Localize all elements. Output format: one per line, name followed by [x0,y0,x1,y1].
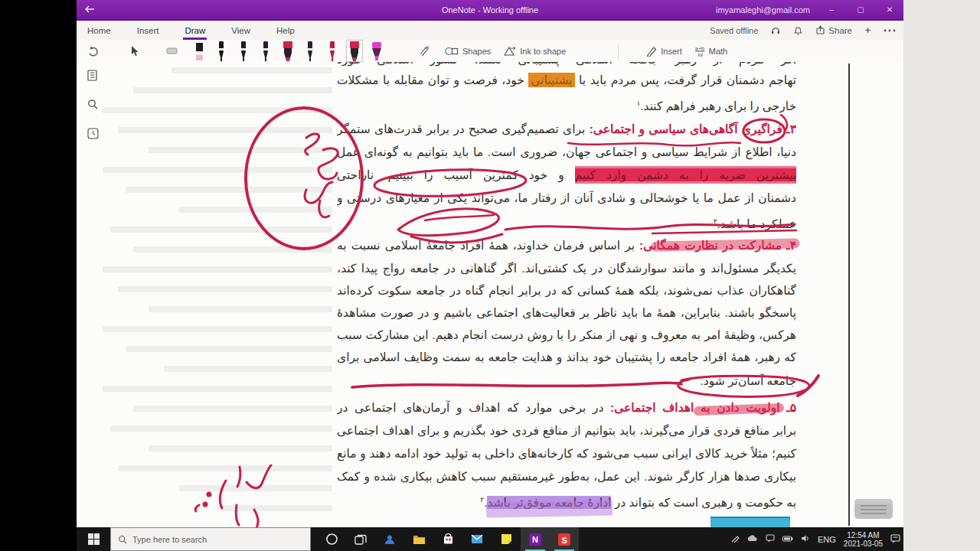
body-text: عملکرد ما باشد. [717,217,796,230]
body-text: جامعه آسان‌تر شود. [701,374,796,387]
heading-text: ۳ـ فراگیری آگاهی‌های سیاسی و اجتماعی: [585,122,796,135]
pen-tool-1[interactable] [214,41,229,61]
note-page-canvas[interactable]: اگر مردم از رهبر جامعهٔ اسلامی پشتیبانی … [77,62,903,527]
svg-text:xy: xy [697,52,704,57]
eraser-tool-0[interactable] [191,41,207,61]
math-button[interactable]: a+bxy Math [694,45,727,57]
taskbar-search-input[interactable]: Type here to search [110,527,311,551]
text-line-2: خارجی را برای رهبر فراهم کنند.۱ [337,94,796,112]
sparkle-icon [864,27,871,34]
taskbar-app-store[interactable] [433,527,462,551]
desktop: OneNote - Working offline imyamaleghi@gm… [0,0,980,551]
tab-draw[interactable]: Draw [183,23,207,38]
shapes-button[interactable]: Shapes [445,46,491,57]
minimize-button[interactable]: – [824,5,839,14]
heading-text: ۵ـ اولویت دادن به اهداف اجتماعی: [603,401,796,414]
tab-help[interactable]: Help [275,23,296,38]
marker-tool-4[interactable] [280,41,296,61]
onedrive-cloud-icon[interactable] [747,535,758,544]
title-bar: OneNote - Working offline imyamaleghi@gm… [77,0,903,21]
back-icon[interactable] [77,5,103,15]
body-text: اگر مردم از رهبر جامعهٔ اسلامی پشتیبانی … [337,62,796,66]
taskbar-clock[interactable]: 12:54 AM 2021-03-05 [844,531,883,548]
body-text: گناهکاران عذاب نمی‌شوند، بلکه همهٔ کسانی… [337,284,796,300]
body-text: دنیا، اطلاع از شرایط سیاسی و اجتماعی جها… [337,145,796,161]
draw-toolbar: Shapes Ink to shape Insert a+bxy Math [77,40,903,63]
taskbar-app-file-explorer[interactable] [404,527,433,551]
save-status: Saved offline [710,26,758,35]
search-icon [118,535,127,544]
text-line-5: بیشترین ضربه را به دشمن وارد کنیم و خود … [337,166,796,184]
close-button[interactable]: ✕ [882,5,897,14]
pen-tray-icon[interactable] [731,534,740,544]
action-center-icon[interactable] [890,534,900,545]
text-line-14: جامعه آسان‌تر شود. [337,372,796,390]
onenote-window: OneNote - Working offline imyamaleghi@gm… [77,0,903,551]
highlighted-text: پشتیبانی [528,73,574,87]
text-line-1: تهاجم دشمنان قرار گرفت، پس مردم باید با … [337,71,796,90]
text-line-15: ۵ـ اولویت دادن به اهداف اجتماعی: در برخی… [337,399,796,417]
maximize-button[interactable]: ▢ [853,5,868,14]
highlighter-tool-8[interactable] [369,41,384,61]
marker-tool-7[interactable] [347,41,362,61]
pen-tool-6[interactable] [325,41,340,61]
taskbar-app-mail[interactable] [462,527,492,551]
chat-icon[interactable] [766,534,775,544]
body-text: در برخی موارد که اهداف و آرمان‌های اجتما… [337,401,603,414]
select-tool-button[interactable] [129,45,140,57]
taskbar-app-task-view[interactable] [346,527,375,551]
text-line-11: پاسخگو باشند. بنابراین، همهٔ ما باید ناظ… [337,304,796,322]
highlighted-text: بیشترین ضربه را به دشمن وارد کنیم [575,168,796,181]
text-line-10: گناهکاران عذاب نمی‌شوند، بلکه همهٔ کسانی… [337,282,796,300]
ink-to-shape-button[interactable]: Ink to shape [503,46,566,57]
insert-space-button[interactable]: Insert [646,46,682,57]
text-line-3: ۳ـ فراگیری آگاهی‌های سیاسی و اجتماعی: بر… [337,120,796,139]
tab-insert[interactable]: Insert [136,23,161,38]
body-text: کنیم؛ مثلاً خرید کالای ایرانی سبب می‌شود… [337,447,796,460]
body-text: بر اساس فرمان خداوند، همهٔ افراد جامعهٔ … [337,239,635,252]
more-options-icon[interactable] [884,29,896,32]
text-line-4: دنیا، اطلاع از شرایط سیاسی و اجتماعی جها… [337,143,796,161]
system-tray: ENG 12:54 AM 2021-03-05 [731,531,900,548]
tab-home[interactable]: Home [86,23,113,38]
text-line-8: ۴ـ مشارکت در نظارت همگانی: بر اساس فرمان… [337,236,796,255]
pen-tool-3[interactable] [258,41,273,61]
svg-text:a+b: a+b [695,46,704,51]
cyan-highlight-bar [710,517,790,527]
text-line-16: برابر منافع فردی قرار می‌گیرند، باید بتو… [337,422,796,440]
body-text: برابر منافع فردی قرار می‌گیرند، باید بتو… [337,424,796,440]
language-indicator[interactable]: ENG [818,535,836,544]
text-line-7: عملکرد ما باشد.۲ [337,212,796,230]
add-pen-button[interactable] [418,45,430,57]
text-line-9: یکدیگر مسئول‌اند و مانند سوارشدگان در یک… [337,259,796,278]
heading-text: ۴ـ مشارکت در نظارت همگانی: [635,239,796,252]
taskbar-app-shareit[interactable]: S [550,527,579,551]
taskbar-app-people[interactable] [375,527,404,551]
text-line-18: بیکاری صدها هزار کارگر شوند. این عمل، به… [337,468,796,486]
body-text: تهاجم دشمنان قرار گرفت، پس مردم باید با [575,73,796,86]
taskbar-app-onenote[interactable]: N [521,527,550,551]
pen-gallery [191,41,384,61]
text-line-17: کنیم؛ مثلاً خرید کالای ایرانی سبب می‌شود… [337,445,796,463]
help-headset-icon[interactable] [770,25,781,36]
speaker-icon[interactable] [801,534,810,544]
taskbar-app-cortana[interactable] [317,527,346,551]
start-button[interactable] [77,527,110,551]
body-text: برای تصمیم‌گیری صحیح در برابر قدرت‌های س… [337,122,585,135]
pen-tool-5[interactable] [302,41,318,61]
undo-button[interactable] [87,45,100,57]
battery-icon[interactable] [782,535,793,543]
watermark-pill [854,499,893,519]
text-line-13: که رهبر، همهٔ افراد جامعه را پشتیبان خود… [337,348,796,367]
svg-text:S: S [562,535,567,544]
notifications-bell-icon[interactable] [793,25,803,36]
body-text: دشمنان از عمل ما یا خوشحالی و شادی آنان … [337,191,796,207]
letterbox-right [903,0,980,551]
pen-tool-2[interactable] [236,41,251,61]
taskbar-app-sticky-notes[interactable] [492,527,521,551]
tab-view[interactable]: View [230,23,252,38]
body-text: خارجی را برای رهبر فراهم کنند. [640,99,796,112]
small-eraser-icon[interactable] [166,47,178,54]
share-button[interactable]: Share [815,25,852,35]
account-label[interactable]: imyamaleghi@gmail.com [716,5,810,15]
